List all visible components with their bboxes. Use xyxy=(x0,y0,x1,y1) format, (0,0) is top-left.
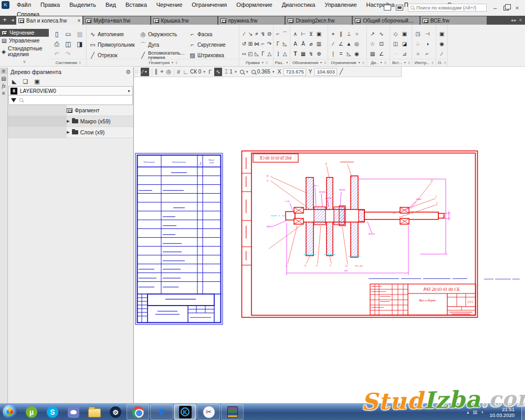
menu-file[interactable]: Файл xyxy=(12,1,36,9)
screen-switch-icon[interactable] xyxy=(396,5,403,10)
constraint-tool-icon[interactable]: ◎ xyxy=(354,41,359,47)
tab-scroll-left-icon[interactable]: ◄ xyxy=(9,16,16,25)
edit-tool-icon[interactable]: ⊞ xyxy=(248,41,253,47)
tool-fillet[interactable]: ⌐Скругление xyxy=(189,39,237,50)
edit-tool-icon[interactable]: ◰ xyxy=(248,51,253,57)
tool-rectangle[interactable]: ▭Прямоугольник xyxy=(89,39,140,50)
tab-kryshka[interactable]: Крышка.frw xyxy=(151,16,217,25)
notation-tool-icon[interactable]: ▣ xyxy=(317,31,321,37)
constraint-tool-icon[interactable]: ∕ xyxy=(333,41,334,47)
taskbar-skype[interactable]: S xyxy=(42,404,63,420)
menu-drawing[interactable]: Черчение xyxy=(152,1,187,9)
notation-tool-icon[interactable]: ⌀ xyxy=(309,41,312,47)
edit-tool-icon[interactable]: ∕ xyxy=(244,31,245,37)
line-style-toggle[interactable]: ∕▼ xyxy=(141,68,149,76)
edit-tool-icon[interactable]: ◺ xyxy=(255,51,259,57)
constraint-tool-icon[interactable]: ∠ xyxy=(339,41,343,47)
filter-funnel-icon[interactable] xyxy=(11,98,16,102)
snap-parallel-icon[interactable]: ∥ xyxy=(155,68,158,75)
tab-mufta-val[interactable]: Муфта+вал.frw xyxy=(83,16,150,25)
panel-tab-drawing[interactable]: Черчение xyxy=(0,29,49,37)
step-combo[interactable]: ⌶ 1 ▼ xyxy=(225,68,237,75)
o-tool-icon[interactable]: ▣ xyxy=(439,31,444,37)
insert-tool-icon[interactable]: ▣ xyxy=(402,31,407,37)
diag-tool-icon[interactable]: ⊡ xyxy=(379,41,383,47)
menu-select[interactable]: Выделить xyxy=(65,1,101,9)
tools-tool-icon[interactable]: ◑ xyxy=(426,41,429,47)
save-icon[interactable]: ▦ xyxy=(77,30,82,38)
new-document-icon[interactable]: ▯ xyxy=(55,30,59,38)
grid-toggle-icon[interactable]: # xyxy=(177,69,180,75)
constraint-tool-icon[interactable]: ◺ xyxy=(347,51,351,57)
new-tab-button[interactable]: + xyxy=(0,16,9,25)
insert-picture-icon[interactable]: ◫ xyxy=(393,41,398,47)
tools-tool-icon[interactable]: ⊣ xyxy=(425,31,430,37)
snap-view-icon[interactable]: ◎ xyxy=(166,68,171,75)
taskbar-discord[interactable] xyxy=(63,404,84,420)
pick-pen-icon[interactable]: ╱ xyxy=(340,68,343,75)
tab-pruzhina[interactable]: пружина.frw xyxy=(218,16,285,25)
x-coordinate-field[interactable]: 723.675 xyxy=(284,68,306,76)
rounding-toggle[interactable]: ∿ xyxy=(214,68,222,76)
open-document-icon[interactable]: ▭ xyxy=(65,30,71,38)
constraint-tool-icon[interactable]: ⊥ xyxy=(346,31,351,37)
tab-vse[interactable]: ВСЕ.frw xyxy=(421,16,487,25)
edit-tool-icon[interactable]: ⋈ xyxy=(254,41,259,47)
snap-target-icon[interactable]: ⌖ xyxy=(160,68,163,75)
menu-insert[interactable]: Вставка xyxy=(121,1,152,9)
constraint-tool-icon[interactable]: ▲ xyxy=(346,41,352,47)
tree-item-layers[interactable]: ▶Слои (x9) xyxy=(8,127,133,138)
edit-tool-icon[interactable]: ⌐ xyxy=(261,41,265,47)
tool-circle[interactable]: ◎Окружность xyxy=(140,29,189,39)
menu-layout[interactable]: Оформление xyxy=(232,1,277,9)
edit-tool-icon[interactable]: △ xyxy=(267,51,271,57)
print-preview-icon[interactable]: ◫ xyxy=(65,40,71,48)
taskbar-winrar[interactable] xyxy=(221,404,244,420)
edit-tool-icon[interactable]: ∾ xyxy=(242,51,246,57)
restore-button[interactable] xyxy=(503,6,509,10)
tools-tool-icon[interactable]: ⌐ xyxy=(426,51,429,57)
raz-tool-icon[interactable]: ◺ xyxy=(283,41,287,47)
edit-tool-icon[interactable]: ↷ xyxy=(267,41,271,47)
drawing-canvas[interactable]: Обозначение Наименование Кол. Приме- чан… xyxy=(134,67,525,403)
menu-constraints[interactable]: Ограничения xyxy=(187,1,232,9)
table-tool-icon[interactable]: ▦ xyxy=(301,51,306,57)
raz-tool-icon[interactable]: Γ xyxy=(277,41,280,47)
notation-tool-icon[interactable]: ⊢ xyxy=(301,31,306,37)
insert-tool-icon[interactable]: ⊿ xyxy=(402,51,406,57)
edit-tool-icon[interactable]: Γ xyxy=(261,51,265,57)
constraint-tool-icon[interactable]: ⌖ xyxy=(332,31,335,37)
red-assembly-sheet[interactable]: РА5 20 03 01 00 СБ xyxy=(242,151,478,318)
taskbar-snipping-tool[interactable]: ✂ xyxy=(197,404,220,420)
start-button[interactable] xyxy=(3,405,17,419)
o-tool-icon[interactable]: ◉ xyxy=(439,41,444,47)
constraint-tool-icon[interactable]: = xyxy=(340,51,343,57)
insert-tool-icon[interactable]: ▫ xyxy=(395,51,397,57)
raz-tool-icon[interactable]: △ xyxy=(283,51,287,57)
panel-tab-standard-parts[interactable]: ◈ Стандартные изделия xyxy=(0,45,49,58)
minimize-button[interactable]: – xyxy=(491,5,499,11)
diag-tool-icon[interactable]: ☆ xyxy=(370,41,375,47)
search-input[interactable] xyxy=(416,5,484,10)
tree-panel-icon[interactable]: ≡ xyxy=(1,68,7,74)
insert-tool-icon[interactable]: ◪ xyxy=(402,41,407,47)
menu-panel-icon[interactable]: ≡ xyxy=(1,90,7,96)
tool-chamfer[interactable]: ⌐Фаска xyxy=(189,29,237,39)
taskbar-chrome[interactable] xyxy=(127,404,149,420)
notation-tool-icon[interactable]: ↯ xyxy=(309,51,313,57)
tree-item-fragment[interactable]: Фрагмент xyxy=(8,105,133,116)
picture-icon[interactable]: ▣ xyxy=(34,78,39,85)
raz-tool-icon[interactable]: ⌒ xyxy=(282,30,288,38)
tools-tool-icon[interactable]: ◳ xyxy=(415,31,420,37)
diag-tool-icon[interactable]: ∠ xyxy=(379,51,384,57)
y-coordinate-field[interactable]: 104.603 xyxy=(314,68,337,76)
menu-edit[interactable]: Правка xyxy=(36,1,65,9)
notation-tool-icon[interactable]: ∧ xyxy=(293,31,297,37)
tab-close-icon[interactable]: × xyxy=(77,18,80,24)
notation-tool-icon[interactable]: ▥ xyxy=(317,41,321,47)
tools-tool-icon[interactable]: ○ xyxy=(416,51,419,57)
diag-tool-icon[interactable]: ▨ xyxy=(370,51,375,57)
expand-arrow-icon[interactable]: ▶ xyxy=(67,119,69,123)
constraint-tool-icon[interactable]: ∥ xyxy=(340,31,342,37)
notation-tool-icon[interactable]: Ā xyxy=(301,41,305,47)
